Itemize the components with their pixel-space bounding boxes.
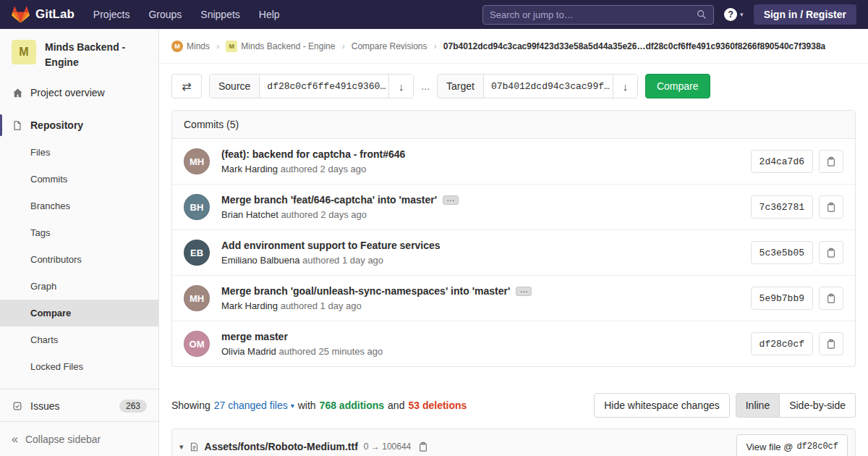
commit-sha-link[interactable]: 5c3e5b05: [751, 241, 813, 264]
sidebar-item-issues[interactable]: Issues 263: [0, 392, 158, 420]
breadcrumb-project-link[interactable]: M Minds Backend - Engine: [226, 41, 335, 52]
commit-sha-link[interactable]: 2d4ca7d6: [751, 150, 813, 173]
file-icon: [190, 442, 199, 452]
sidebar-item-graph[interactable]: Graph: [0, 273, 158, 300]
commit-sha-link[interactable]: 7c362781: [751, 195, 813, 219]
diff-summary-bar: Showing 27 changed files ▾ with 768 addi…: [171, 393, 856, 418]
copy-sha-button[interactable]: [819, 287, 843, 310]
commit-author-link[interactable]: Brian Hatchet: [221, 209, 278, 220]
nav-help[interactable]: Help: [259, 9, 280, 20]
source-dropdown-button[interactable]: ↓: [388, 75, 413, 98]
avatar[interactable]: EB: [184, 240, 210, 266]
expand-commit-description-button[interactable]: …: [443, 195, 459, 205]
caret-down-icon: ▾: [291, 402, 294, 410]
commit-title-link[interactable]: Add environment support to Feature servi…: [221, 240, 441, 251]
nav-groups[interactable]: Groups: [148, 9, 182, 20]
commit-title-link[interactable]: merge master: [221, 331, 288, 342]
swap-icon: ⇄: [182, 80, 191, 93]
sidebar-item-commits[interactable]: Commits: [0, 166, 158, 193]
commit-sha-link[interactable]: df28c0cf: [751, 332, 813, 355]
compare-button[interactable]: Compare: [645, 74, 710, 98]
avatar[interactable]: MH: [184, 285, 210, 311]
expand-commit-description-button[interactable]: …: [516, 287, 532, 296]
copy-sha-button[interactable]: [819, 241, 843, 264]
commit-row: MH Merge branch 'goal/unleash-sync-names…: [172, 276, 855, 321]
clipboard-icon: [826, 202, 836, 213]
commit-author-link[interactable]: Olivia Madrid: [221, 346, 276, 357]
swap-revisions-button[interactable]: ⇄: [171, 74, 202, 98]
help-icon: ?: [724, 8, 737, 21]
commit-time: authored 1 day ago: [302, 255, 383, 266]
file-name[interactable]: Assets/fonts/Roboto-Medium.ttf: [205, 441, 358, 452]
changed-files-label: 27 changed files: [214, 400, 288, 411]
target-dropdown-button[interactable]: ↓: [613, 75, 637, 98]
repository-icon: [12, 120, 23, 131]
side-by-side-view-button[interactable]: Side-by-side: [780, 393, 856, 418]
view-file-button[interactable]: View file @ df28c0cf: [736, 434, 848, 456]
sidebar-item-repository[interactable]: Repository: [0, 111, 158, 139]
nav-snippets[interactable]: Snippets: [200, 9, 239, 20]
and-label: and: [388, 400, 404, 411]
inline-view-button[interactable]: Inline: [736, 393, 780, 418]
clipboard-icon: [826, 248, 836, 258]
copy-sha-button[interactable]: [819, 150, 843, 173]
sign-in-button[interactable]: Sign in / Register: [754, 4, 856, 25]
commit-info: Merge branch 'goal/unleash-sync-namespac…: [221, 285, 739, 311]
source-revision-input[interactable]: df28c0cf6ffe491c9360…: [260, 75, 388, 98]
additions-count: 768 additions: [320, 400, 384, 411]
sidebar-item-locked-files[interactable]: Locked Files: [0, 353, 158, 380]
with-label: with: [298, 400, 316, 411]
gitlab-tanuki-icon: [12, 6, 30, 23]
diff-view-controls: Hide whitespace changes Inline Side-by-s…: [594, 393, 856, 418]
project-context[interactable]: M Minds Backend - Engine: [0, 29, 158, 79]
nav-projects[interactable]: Projects: [93, 9, 130, 20]
sidebar-item-label: Issues: [30, 400, 59, 412]
search-input[interactable]: [490, 9, 692, 20]
breadcrumb-separator: ›: [434, 41, 437, 51]
help-dropdown[interactable]: ? ▾: [724, 8, 744, 21]
commit-sha-link[interactable]: 5e9b7bb9: [751, 287, 813, 310]
breadcrumb-separator: ›: [216, 41, 219, 51]
commit-author-link[interactable]: Emiliano Balbuena: [221, 255, 299, 266]
avatar[interactable]: OM: [184, 331, 210, 357]
issues-icon: [12, 401, 23, 411]
avatar[interactable]: BH: [184, 194, 210, 220]
breadcrumb-compare-revisions-link[interactable]: Compare Revisions: [352, 41, 427, 51]
file-mode-change: 0 → 100644: [364, 442, 411, 452]
collapse-icon: «: [12, 434, 18, 445]
collapse-diff-caret[interactable]: ▾: [179, 442, 184, 452]
home-icon: [12, 88, 23, 98]
sidebar-item-tags[interactable]: Tags: [0, 219, 158, 246]
main-content: M Minds › M Minds Backend - Engine › Com…: [159, 29, 868, 456]
target-label: Target: [438, 75, 484, 98]
sidebar-item-compare[interactable]: Compare: [0, 300, 158, 326]
collapse-sidebar-button[interactable]: « Collapse sidebar: [0, 421, 158, 456]
commit-title-link[interactable]: Merge branch 'feat/646-captcha' into 'ma…: [221, 194, 437, 206]
commit-title-link[interactable]: (feat): backend for captcha - front#646: [221, 148, 405, 160]
sidebar-item-branches[interactable]: Branches: [0, 193, 158, 219]
commit-title-link[interactable]: Merge branch 'goal/unleash-sync-namespac…: [221, 285, 510, 297]
breadcrumb-sha-range: 07b4012dcd94c3cac99f423d33e58a5d44a35e26…: [443, 41, 825, 51]
commit-author-link[interactable]: Mark Harding: [221, 164, 278, 174]
sidebar-item-contributors[interactable]: Contributors: [0, 246, 158, 273]
sidebar-item-files[interactable]: Files: [0, 139, 158, 166]
target-revision-input[interactable]: 07b4012dcd94c3cac99f…: [484, 75, 613, 98]
source-revision-group: Source df28c0cf6ffe491c9360… ↓: [209, 74, 414, 98]
gitlab-home-link[interactable]: GitLab: [12, 6, 75, 23]
changed-files-dropdown[interactable]: 27 changed files ▾: [214, 400, 294, 411]
hide-whitespace-button[interactable]: Hide whitespace changes: [594, 393, 730, 418]
sidebar-item-project-overview[interactable]: Project overview: [0, 79, 158, 106]
project-name: Minds Backend - Engine: [45, 40, 147, 70]
commit-row: EB Add environment support to Feature se…: [172, 230, 855, 276]
commit-info: Merge branch 'feat/646-captcha' into 'ma…: [221, 194, 739, 220]
copy-sha-button[interactable]: [819, 195, 843, 219]
copy-file-path-button[interactable]: [417, 440, 430, 454]
copy-sha-button[interactable]: [819, 332, 843, 355]
breadcrumb-group-link[interactable]: M Minds: [171, 41, 210, 52]
avatar[interactable]: MH: [184, 148, 210, 174]
deletions-count: 53 deletions: [408, 400, 467, 411]
search-box[interactable]: [482, 5, 714, 25]
commit-author-link[interactable]: Mark Harding: [221, 300, 278, 311]
sidebar-item-charts[interactable]: Charts: [0, 326, 158, 353]
main-menu: Projects Groups Snippets Help: [93, 9, 280, 20]
